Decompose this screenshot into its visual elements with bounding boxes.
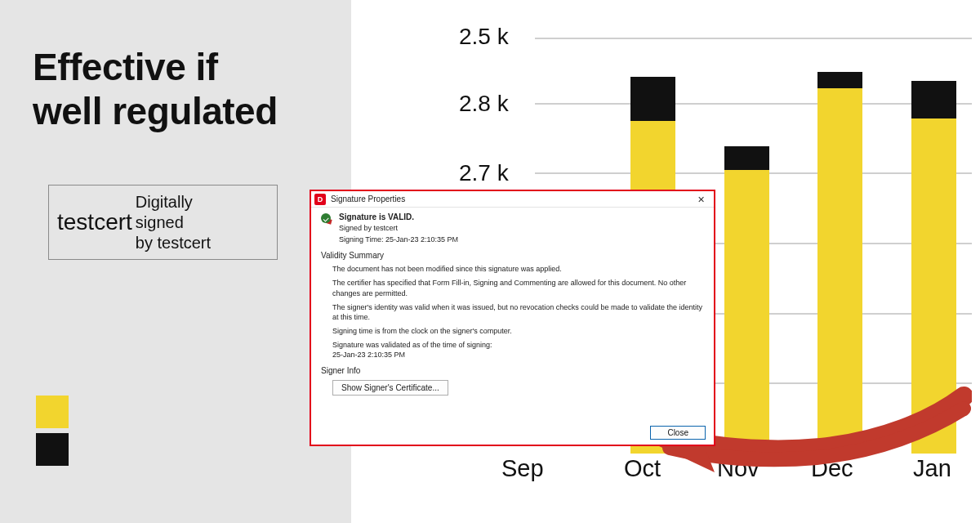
y-tick-label: 2.8 k: [459, 91, 509, 117]
left-panel: Effective if well regulated testcert Dig…: [0, 0, 351, 523]
summary-item: The certifier has specified that Form Fi…: [332, 278, 704, 297]
gridline: [535, 38, 972, 39]
title-line-2: well regulated: [33, 90, 278, 132]
signature-properties-dialog: D Signature Properties ✕ Signature is VA…: [310, 190, 715, 446]
x-tick-label: Sep: [501, 455, 544, 482]
summary-item: Signature was validated as of the time o…: [332, 340, 704, 360]
x-tick-label: Jan: [913, 455, 951, 482]
signature-valid-heading: Signature is VALID.: [339, 212, 458, 221]
bar-nov-main: [724, 170, 769, 454]
gridline: [535, 103, 972, 105]
bar-dec-main: [817, 88, 862, 454]
bar-oct-cap: [630, 77, 675, 121]
signed-by-text: Signed by testcert: [339, 223, 458, 233]
dialog-titlebar[interactable]: D Signature Properties ✕: [311, 191, 714, 208]
summary-item: Signing time is from the clock on the si…: [332, 326, 704, 336]
bar-jan-main: [911, 118, 956, 454]
page-title: Effective if well regulated: [33, 45, 278, 134]
bar-nov-cap: [724, 146, 769, 170]
y-tick-label: 2.5 k: [459, 24, 509, 50]
y-tick-label: 2.7 k: [459, 160, 509, 186]
validity-summary-heading: Validity Summary: [321, 251, 704, 260]
show-certificate-button[interactable]: Show Signer's Certificate...: [332, 380, 448, 396]
stamp-cert-name: testcert: [49, 209, 136, 235]
legend-swatch-yellow: [36, 396, 69, 428]
legend-swatch-black: [36, 433, 69, 466]
stamp-description: Digitally signed by testcert: [136, 192, 211, 253]
dialog-title: Signature Properties: [331, 194, 405, 203]
signer-info-heading: Signer Info: [321, 366, 704, 375]
app-icon: D: [314, 194, 326, 205]
title-line-1: Effective if: [33, 46, 218, 88]
bar-jan-cap: [911, 81, 956, 118]
close-button[interactable]: Close: [650, 426, 706, 440]
summary-item: The document has not been modified since…: [332, 264, 704, 274]
stage: Effective if well regulated testcert Dig…: [0, 0, 980, 523]
summary-item: The signer's identity was valid when it …: [332, 302, 704, 322]
x-tick-label: Nov: [717, 455, 760, 482]
signature-stamp[interactable]: testcert Digitally signed by testcert: [48, 185, 278, 260]
dialog-close-icon[interactable]: ✕: [691, 193, 710, 206]
x-tick-label: Oct: [624, 455, 661, 482]
x-tick-label: Dec: [811, 455, 853, 482]
signature-valid-icon: [321, 213, 332, 225]
signing-time-text: Signing Time: 25-Jan-23 2:10:35 PM: [339, 235, 458, 244]
bar-dec-cap: [817, 72, 862, 88]
dialog-body: Signature is VALID. Signed by testcert S…: [311, 208, 714, 396]
